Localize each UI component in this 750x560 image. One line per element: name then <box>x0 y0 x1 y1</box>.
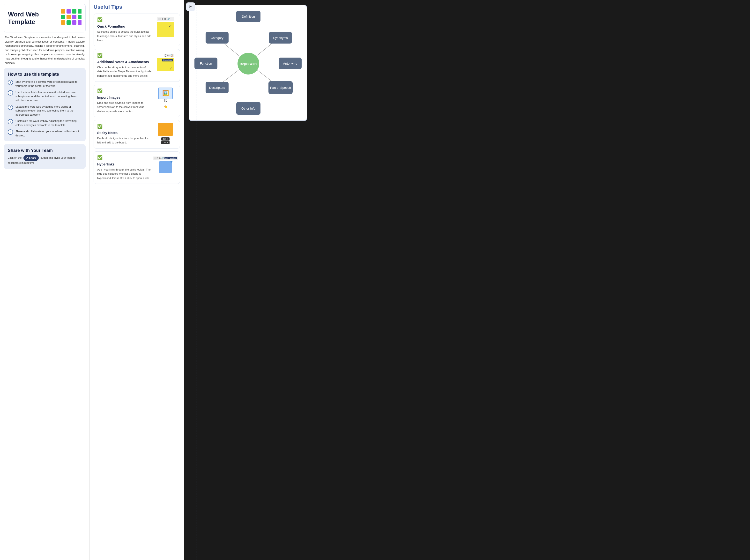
step-text-5: Share and collaborate on your word web w… <box>16 129 82 137</box>
step-text-3: Expand the word web by adding more words… <box>16 105 82 117</box>
tip-title-2: Additional Notes & Attachments <box>97 60 151 64</box>
step-3: 3 Expand the word web by adding more wor… <box>8 105 82 117</box>
svg-rect-9 <box>66 20 71 25</box>
scissor-icon: ✂ <box>189 4 192 9</box>
center-node[interactable]: Target Word <box>238 53 259 75</box>
tip-card-1: ✅ Quick Formatting Select the shape to a… <box>94 14 180 46</box>
node-antonyms-label: Antonyms <box>283 62 297 65</box>
node-descriptors[interactable]: Descriptors <box>206 82 228 93</box>
header-card: Word Web Template <box>4 4 86 33</box>
step-number-3: 3 <box>8 105 13 110</box>
tip-desc-1: Select the shape to access the quick too… <box>97 30 151 43</box>
share-card: Share with Your Team Click on the ↗ Shar… <box>4 144 86 169</box>
tip-content-4: ✅ Sticky Notes Duplicate sticky notes fr… <box>97 124 151 145</box>
share-pre-text: Click on the <box>8 156 22 159</box>
step-text-2: Use the template's features to add relat… <box>16 90 82 102</box>
node-function-label: Function <box>200 62 212 65</box>
svg-rect-0 <box>61 9 65 14</box>
tip-card-4: ✅ Sticky Notes Duplicate sticky notes fr… <box>94 120 180 148</box>
svg-rect-5 <box>66 15 71 19</box>
scissor-icon-box: ✂ <box>186 2 195 11</box>
add-hyperlink-badge: Add Hyperlink <box>164 157 177 159</box>
node-other-info[interactable]: Other Info <box>236 102 261 115</box>
description-text: The Word Web Template is a versatile too… <box>4 35 86 65</box>
page-title: Word Web Template <box>8 11 56 26</box>
how-to-card: How to use this template 1 Start by ente… <box>4 68 86 141</box>
tip-title-5: Hyperlinks <box>97 162 151 166</box>
node-synonyms-label: Synonyms <box>273 36 288 40</box>
step-number-5: 5 <box>8 129 13 135</box>
step-5: 5 Share and collaborate on your word web… <box>8 129 82 137</box>
header-title-container: Word Web Template <box>8 11 56 26</box>
tip-content-2: ✅ Additional Notes & Attachments Click o… <box>97 53 151 78</box>
share-button[interactable]: ↗ Share <box>23 155 39 161</box>
dashed-separator <box>196 0 196 560</box>
tip-desc-4: Duplicate sticky notes from the panel on… <box>97 136 151 145</box>
svg-rect-6 <box>72 15 77 19</box>
left-panel: Word Web Template The Word <box>0 0 89 560</box>
tip-desc-2: Click on the sticky note to access notes… <box>97 65 151 78</box>
svg-rect-1 <box>66 9 71 14</box>
tip-card-5: ✅ Hyperlinks Add hyperlinks through the … <box>94 152 180 184</box>
share-text: Click on the ↗ Share button and invite y… <box>8 155 82 165</box>
step-number-2: 2 <box>8 90 13 96</box>
tip-title-4: Sticky Notes <box>97 131 151 135</box>
check-icon-5: ✅ <box>97 155 151 160</box>
node-category[interactable]: Category <box>206 32 228 43</box>
shape-data-badge: Shape Data <box>162 59 173 61</box>
tip-content-1: ✅ Quick Formatting Select the shape to a… <box>97 17 151 43</box>
svg-rect-10 <box>72 20 77 25</box>
useful-tips-title: Useful Tips <box>94 4 180 10</box>
node-definition[interactable]: Definition <box>236 11 261 22</box>
tip-image-3: 🖼️ ↻ 👆 <box>155 88 176 108</box>
check-icon-4: ✅ <box>97 124 151 129</box>
right-panel: ✂ Target Word <box>184 0 750 560</box>
tip-card-3: ✅ Import Images Drag and drop anything f… <box>94 85 180 117</box>
tip-desc-3: Drag and drop anything from images to sc… <box>97 101 151 114</box>
tip-image-2: 💬 ≡ 📋 Shape Data ↙ <box>155 53 176 72</box>
svg-rect-8 <box>61 20 65 25</box>
node-descriptors-label: Descriptors <box>209 86 225 89</box>
tip-desc-5: Add hyperlinks through the quick toolbar… <box>97 168 151 180</box>
grid-icon-container <box>60 8 81 28</box>
svg-rect-11 <box>78 20 81 25</box>
step-text-1: Start by entering a central word or conc… <box>16 80 82 88</box>
step-number-1: 1 <box>8 80 13 85</box>
tip-title-3: Import Images <box>97 96 151 99</box>
svg-rect-4 <box>61 15 65 19</box>
step-2: 2 Use the template's features to add rel… <box>8 90 82 102</box>
svg-rect-2 <box>72 9 77 14</box>
step-1: 1 Start by entering a central word or co… <box>8 80 82 88</box>
check-icon-2: ✅ <box>97 53 151 58</box>
share-title: Share with Your Team <box>8 148 82 153</box>
node-category-label: Category <box>211 36 223 40</box>
tip-content-3: ✅ Import Images Drag and drop anything f… <box>97 88 151 114</box>
step-4: 4 Customize the word web by adjusting th… <box>8 119 82 127</box>
step-number-4: 4 <box>8 119 13 124</box>
tip-image-1: ⬜ T ⚙ 🔗 ⋮ ↙ <box>155 17 176 37</box>
share-button-label: Share <box>29 156 37 160</box>
node-antonyms[interactable]: Antonyms <box>279 58 302 69</box>
center-node-label: Target Word <box>239 62 257 65</box>
node-part-of-speech[interactable]: Part of Speech <box>268 81 293 94</box>
tip-card-2: ✅ Additional Notes & Attachments Click o… <box>94 49 180 82</box>
middle-panel: Useful Tips ✅ Quick Formatting Select th… <box>89 0 184 560</box>
how-to-title: How to use this template <box>8 72 82 77</box>
diagram-container: Target Word Definition Category Synonyms… <box>189 5 307 121</box>
grid-icon <box>60 8 81 27</box>
svg-rect-3 <box>78 9 81 14</box>
tip-image-4: Ctrl+ Ctrl+ <box>155 124 176 143</box>
tip-image-5: ⬜ T ⚙ 🔗 Add Hyperlink <box>155 155 176 175</box>
step-list: 1 Start by entering a central word or co… <box>8 80 82 137</box>
check-icon-3: ✅ <box>97 88 151 94</box>
svg-rect-7 <box>78 15 81 19</box>
node-synonyms[interactable]: Synonyms <box>269 32 292 43</box>
tip-content-5: ✅ Hyperlinks Add hyperlinks through the … <box>97 155 151 180</box>
node-definition-label: Definition <box>242 15 255 18</box>
share-icon: ↗ <box>26 156 28 160</box>
step-text-4: Customize the word web by adjusting the … <box>16 119 82 127</box>
node-function[interactable]: Function <box>195 58 218 69</box>
check-icon-1: ✅ <box>97 17 151 22</box>
node-part-of-speech-label: Part of Speech <box>270 86 291 89</box>
node-other-info-label: Other Info <box>241 107 256 110</box>
